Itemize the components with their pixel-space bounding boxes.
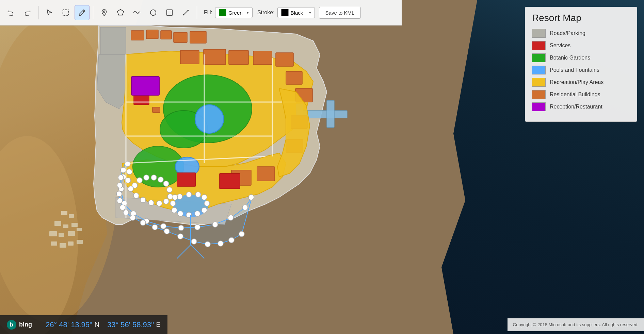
svg-point-74	[167, 187, 172, 193]
svg-point-28	[144, 218, 149, 224]
stroke-color-dropdown[interactable]: Black ▾	[277, 7, 315, 18]
stroke-color-swatch	[281, 9, 289, 16]
fill-color-dropdown[interactable]: Green ▾	[215, 7, 253, 18]
lon-deg: 33°	[107, 320, 118, 329]
building-6	[180, 50, 199, 64]
rectangle-button[interactable]	[162, 5, 177, 20]
pier-base	[296, 104, 303, 118]
svg-point-25	[118, 186, 124, 191]
lat-dir: N	[94, 321, 99, 329]
svg-point-39	[205, 241, 210, 247]
main-pool	[195, 105, 224, 133]
separator-2	[93, 6, 93, 19]
svg-point-1	[103, 11, 105, 13]
circle-button[interactable]	[146, 5, 161, 20]
svg-point-78	[144, 175, 149, 180]
resort-roads	[126, 54, 296, 218]
lat-sec: 13.95''	[71, 320, 92, 329]
redo-button[interactable]	[20, 5, 35, 20]
svg-point-26	[122, 201, 127, 206]
svg-point-64	[172, 195, 178, 200]
freehand-button[interactable]	[129, 5, 144, 20]
svg-point-42	[164, 229, 170, 234]
svg-point-31	[195, 224, 200, 230]
polygon-button[interactable]	[113, 5, 128, 20]
stroke-color-name: Black	[291, 10, 303, 16]
svg-point-35	[248, 195, 254, 200]
reception-restaurant	[131, 77, 159, 95]
building-8	[229, 50, 248, 65]
toolbar: Fill: Green ▾ Stroke: Black ▾ Save to KM…	[0, 0, 402, 26]
fill-dropdown-arrow: ▾	[247, 11, 249, 15]
svg-point-24	[120, 174, 126, 180]
svg-rect-0	[63, 10, 69, 16]
bing-logo: b bing	[0, 315, 39, 334]
building-2	[146, 30, 158, 39]
svg-rect-4	[167, 10, 173, 16]
undo-button[interactable]	[3, 5, 18, 20]
svg-point-58	[202, 207, 207, 213]
svg-line-5	[184, 11, 188, 15]
legend-swatch-services	[532, 41, 546, 50]
legend-label-residential: Residential Buildings	[550, 91, 600, 98]
legend-title: Resort Map	[532, 13, 630, 23]
building-small-1	[152, 107, 160, 113]
svg-point-38	[218, 241, 223, 246]
building-9	[253, 51, 272, 65]
botanic-garden-lower	[133, 146, 184, 187]
beach-peninsula	[277, 88, 310, 177]
svg-point-32	[212, 222, 218, 227]
stroke-dropdown-arrow: ▾	[309, 11, 311, 15]
pool-lower	[175, 157, 199, 176]
svg-point-62	[172, 207, 177, 213]
svg-point-3	[150, 10, 156, 16]
bing-label: bing	[19, 321, 32, 328]
recreation-area-lower	[122, 153, 286, 213]
fill-color-name: Green	[228, 10, 243, 16]
line-button[interactable]	[178, 5, 193, 20]
svg-point-23	[125, 161, 130, 167]
draw-button[interactable]	[75, 5, 90, 20]
road-2	[116, 197, 231, 224]
building-7	[204, 49, 226, 65]
svg-point-34	[242, 205, 248, 210]
svg-marker-2	[117, 10, 124, 15]
legend-item-recreation: Recreation/Play Areas	[532, 78, 630, 87]
legend-swatch-recreation	[532, 78, 546, 87]
save-kml-button[interactable]: Save to KML	[319, 7, 361, 19]
svg-point-75	[163, 181, 169, 186]
svg-point-50	[117, 183, 123, 188]
building-3	[161, 31, 172, 39]
legend-label-roads: Roads/Parking	[550, 30, 585, 36]
legend-item-residential: Residential Buildings	[532, 90, 630, 99]
building-11	[286, 71, 302, 84]
copyright-bar: Copyright © 2018 Microsoft and its suppl…	[508, 318, 644, 331]
building-5	[190, 31, 206, 43]
select-button[interactable]	[42, 5, 57, 20]
legend-swatch-reception	[532, 102, 546, 111]
lat-deg: 26°	[46, 320, 57, 329]
pin-button[interactable]	[97, 5, 112, 20]
svg-point-57	[204, 201, 210, 206]
legend-item-roads: Roads/Parking	[532, 29, 630, 38]
svg-line-82	[177, 245, 191, 258]
fill-color-swatch	[219, 9, 226, 16]
resort-boundary	[94, 26, 327, 224]
legend-swatch-residential	[532, 90, 546, 99]
svg-point-77	[151, 175, 157, 180]
desert-background	[0, 0, 143, 334]
svg-point-43	[152, 224, 158, 230]
botanic-garden-main	[163, 75, 252, 143]
svg-point-48	[117, 198, 123, 203]
active-polygon	[119, 163, 252, 244]
building-10	[276, 53, 293, 66]
svg-point-30	[178, 225, 184, 231]
svg-point-65	[127, 169, 132, 174]
rect-select-button[interactable]	[58, 5, 73, 20]
lon-dir: E	[156, 321, 160, 329]
legend-item-botanic: Botanic Gardens	[532, 53, 630, 62]
svg-point-54	[186, 192, 192, 197]
svg-point-56	[202, 195, 207, 200]
building-15	[231, 170, 251, 185]
separator-3	[197, 6, 197, 19]
